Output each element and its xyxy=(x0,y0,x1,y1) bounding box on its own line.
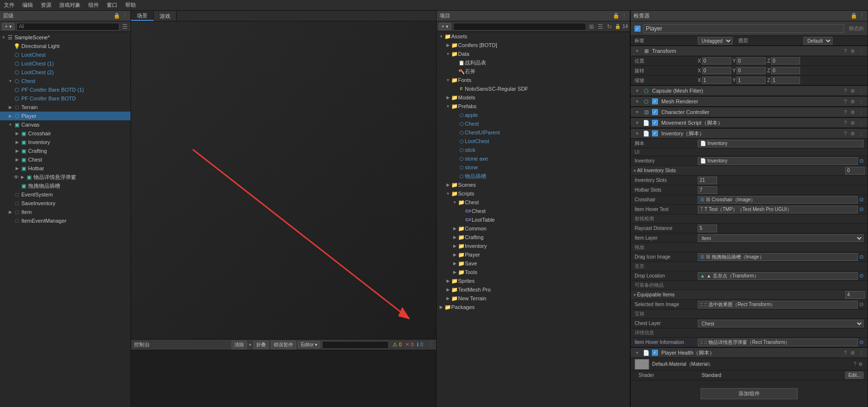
material-info-btn[interactable]: ? xyxy=(852,361,857,367)
hotbar-slots-input[interactable] xyxy=(698,186,717,194)
meshrenderer-more-btn[interactable]: ⋮ xyxy=(858,99,865,104)
selected-item-target-btn[interactable]: ⊙ xyxy=(859,301,864,308)
scale-x-input[interactable] xyxy=(702,77,731,84)
gameobject-name-input[interactable] xyxy=(643,24,844,33)
transform-settings-btn[interactable]: ⚙ xyxy=(850,49,856,54)
inspector-menu-icon[interactable]: ⋮ xyxy=(859,13,865,19)
console-clear-btn[interactable]: 清除 xyxy=(231,341,247,349)
playerhealth-enabled-checkbox[interactable]: ✓ xyxy=(652,350,658,356)
proj-item-stone-axe-data[interactable]: 🪓 石斧 xyxy=(437,67,630,76)
proj-item-player-scripts[interactable]: ▶ 📁 Player xyxy=(437,250,630,259)
scale-y-input[interactable] xyxy=(737,77,766,84)
hierarchy-item-pfconifer1[interactable]: ⬡ PF Conifer Bare BOTD (1) xyxy=(0,85,131,94)
proj-item-tools-scripts[interactable]: ▶ 📁 Tools xyxy=(437,268,630,277)
inventory-more-btn[interactable]: ⋮ xyxy=(858,131,865,136)
console-editor-btn[interactable]: Editor ▾ xyxy=(298,341,320,348)
inventory-slots-input[interactable] xyxy=(698,177,717,184)
inventory-info-btn[interactable]: ? xyxy=(843,131,848,136)
drag-icon-value[interactable]: ☒ ☒ 拖拽物品插槽（Image） xyxy=(698,253,858,261)
proj-item-stone[interactable]: ⬡ stone xyxy=(437,163,630,172)
hierarchy-item-hover-popup[interactable]: 👁 ▶ ▣ 物品详情悬浮弹窗 xyxy=(0,173,131,181)
proj-item-loottable-script[interactable]: C# LootTable xyxy=(437,215,630,224)
hierarchy-item-itemeventmanager[interactable]: □ ItemEventManager xyxy=(0,216,131,225)
playerhealth-more-btn[interactable]: ⋮ xyxy=(858,350,865,356)
inventory-enabled-checkbox[interactable]: ✓ xyxy=(652,130,658,136)
inventory-component-header[interactable]: ▾ 📄 ✓ Inventory（脚本） ? ⚙ ⋮ xyxy=(631,128,868,139)
project-view-icon[interactable]: ⊞ xyxy=(588,23,595,30)
proj-item-assets[interactable]: ▾ 📁 Assets xyxy=(437,32,630,41)
pos-x-input[interactable] xyxy=(702,57,731,65)
equippable-count-input[interactable] xyxy=(845,291,865,299)
proj-item-lootchest-pref[interactable]: ⬡ LootChest xyxy=(437,137,630,146)
proj-item-data[interactable]: ▾ 📁 Data xyxy=(437,49,630,58)
project-menu-icon[interactable]: ⋮ xyxy=(622,13,627,19)
project-add-button[interactable]: + ▾ xyxy=(439,23,451,30)
hierarchy-item-terrain[interactable]: ▶ □ Terrain xyxy=(0,103,131,112)
movement-info-btn[interactable]: ? xyxy=(843,120,848,126)
crosshair-value[interactable]: ☒ ☒ Crosshair（Image） xyxy=(698,196,858,204)
tag-dropdown[interactable]: Untagged xyxy=(698,37,733,45)
all-slots-input[interactable] xyxy=(845,167,865,175)
rot-z-input[interactable] xyxy=(771,67,800,74)
console-pause-btn[interactable]: 错误暂停 xyxy=(271,341,296,349)
proj-item-apple[interactable]: ⬡ apple xyxy=(437,111,630,119)
menu-assets[interactable]: 资源 xyxy=(37,1,55,9)
movement-settings-btn[interactable]: ⚙ xyxy=(850,120,856,126)
hierarchy-item-inventory[interactable]: ▶ ▣ Inventory xyxy=(0,138,131,147)
rot-y-input[interactable] xyxy=(737,67,766,74)
charcontroller-info-btn[interactable]: ? xyxy=(843,110,848,115)
rot-x-input[interactable] xyxy=(702,67,731,74)
scale-z-input[interactable] xyxy=(771,77,800,84)
project-lock-icon[interactable]: 🔒 xyxy=(613,13,620,19)
menu-window[interactable]: 窗口 xyxy=(103,1,121,9)
item-hover-info-target-btn[interactable]: ⊙ xyxy=(859,339,864,345)
playerhealth-component-header[interactable]: ▾ 📄 ✓ Player Health（脚本） ? ⚙ ⋮ xyxy=(631,347,868,358)
hierarchy-item-pfconifer2[interactable]: ⬡ PF Conifer Bare BOTD xyxy=(0,94,131,103)
tab-scene[interactable]: 场景 xyxy=(131,11,154,21)
hierarchy-item-hotbar[interactable]: ▶ ▣ Hotbar xyxy=(0,164,131,173)
hierarchy-item-crafting[interactable]: ▶ ▣ Crafting xyxy=(0,147,131,155)
proj-item-crafting-scripts[interactable]: ▶ 📁 Crafting xyxy=(437,233,630,242)
charcontroller-more-btn[interactable]: ⋮ xyxy=(858,110,865,115)
pos-z-input[interactable] xyxy=(771,57,800,65)
proj-item-common-scripts[interactable]: ▶ 📁 Common xyxy=(437,224,630,233)
hierarchy-item-directionallight[interactable]: 💡 Directional Light xyxy=(0,42,131,50)
item-layer-dropdown[interactable]: Item xyxy=(698,234,864,242)
proj-item-fonts[interactable]: ▾ 📁 Fonts xyxy=(437,76,630,84)
menu-edit[interactable]: 编辑 xyxy=(18,1,37,9)
playerhealth-info-btn[interactable]: ? xyxy=(843,350,848,356)
scene-viewport[interactable] xyxy=(131,21,436,339)
gameobject-active-checkbox[interactable]: ✓ xyxy=(635,26,640,32)
selected-item-image-value[interactable]: :: :: 选中效果图（Rect Transform） xyxy=(698,301,858,309)
eye-icon-hover[interactable]: 👁 xyxy=(14,174,19,180)
menu-help[interactable]: 帮助 xyxy=(121,1,140,9)
script-field-value[interactable]: 📄 Inventory xyxy=(698,140,864,147)
meshrenderer-settings-btn[interactable]: ⚙ xyxy=(850,99,856,104)
hierarchy-filter-icon[interactable]: ☰ xyxy=(121,23,129,30)
menu-file[interactable]: 文件 xyxy=(0,1,18,9)
proj-item-scripts[interactable]: ▾ 📁 Scripts xyxy=(437,189,630,198)
shader-edit-btn[interactable]: Edit... xyxy=(845,372,864,379)
hierarchy-item-item[interactable]: ▶ □ Item xyxy=(0,208,131,216)
meshrenderer-component-header[interactable]: ▾ ⬡ ✓ Mesh Renderer ? ⚙ ⋮ xyxy=(631,96,868,107)
menu-component[interactable]: 组件 xyxy=(84,1,103,9)
hierarchy-item-crosshair[interactable]: ▶ ▣ Crosshair xyxy=(0,129,131,138)
hierarchy-item-saveinventory[interactable]: □ SaveInventory xyxy=(0,199,131,208)
proj-item-textmeshpro[interactable]: ▶ 📁 TextMesh Pro xyxy=(437,285,630,294)
proj-item-notosans[interactable]: F NotoSansSC-Regular SDF xyxy=(437,84,630,93)
crosshair-target-btn[interactable]: ⊙ xyxy=(859,196,864,203)
charcontroller-component-header[interactable]: ▾ ⊡ ✓ Character Controller ? ⚙ ⋮ xyxy=(631,107,868,117)
console-menu-icon[interactable]: ⋮ xyxy=(428,342,433,348)
hierarchy-item-lootchest2[interactable]: ⬡ LootChest (2) xyxy=(0,68,131,77)
layer-dropdown[interactable]: Default xyxy=(803,37,833,45)
drag-icon-target-btn[interactable]: ⊙ xyxy=(859,254,864,260)
add-component-button[interactable]: 添加组件 xyxy=(701,388,798,399)
hierarchy-item-player[interactable]: ▶ ⬡ Player xyxy=(0,112,131,120)
item-hover-text-target-btn[interactable]: ⊙ xyxy=(859,206,864,212)
proj-item-inventory-scripts[interactable]: ▶ 📁 Inventory xyxy=(437,242,630,250)
transform-more-btn[interactable]: ⋮ xyxy=(858,49,865,54)
inspector-lock-icon[interactable]: 🔒 xyxy=(851,13,857,19)
movement-more-btn[interactable]: ⋮ xyxy=(858,120,865,126)
item-hover-text-value[interactable]: T T Text（TMP）（Text Mesh Pro UGUI） xyxy=(698,206,858,213)
hierarchy-item-canvas[interactable]: ▾ ▣ Canvas xyxy=(0,120,131,129)
